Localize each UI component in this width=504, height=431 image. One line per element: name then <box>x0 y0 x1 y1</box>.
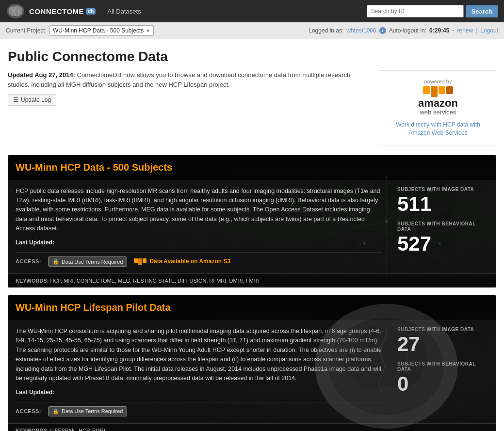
s3-label-1: Data Available on Amazon S3 <box>149 257 230 266</box>
amazon-text: amazon <box>418 98 458 109</box>
info-icon: i <box>379 27 386 34</box>
dataset-wuminn500: WU-Minn HCP Data - 500 Subjects <box>8 155 496 287</box>
search-button[interactable]: Search <box>466 5 498 17</box>
update-log-button[interactable]: ☰ Update Log <box>8 94 56 106</box>
update-notice-date: Updated Aug 27, 2014: <box>8 71 75 79</box>
data-use-label-1: Data Use Terms Required <box>62 259 123 265</box>
amazon-logo: amazon web services <box>418 86 458 116</box>
search-area: Search <box>367 5 498 17</box>
project-label: Current Project: <box>6 27 47 34</box>
svg-point-10 <box>385 220 388 223</box>
all-datasets-nav[interactable]: All Datasets <box>107 8 141 15</box>
keywords-label-2: KEYWORDS: <box>16 428 49 431</box>
amazon-s3-link-1[interactable]: Data Available on Amazon S3 <box>134 257 230 266</box>
brain-network-bg-1 <box>276 155 496 287</box>
autologout-timer: 0:29:45 <box>429 27 449 34</box>
update-log-label: Update Log <box>21 96 51 103</box>
logout-link[interactable]: Logout <box>480 27 498 34</box>
s3-icon-1 <box>134 258 146 265</box>
svg-point-13 <box>407 198 409 200</box>
intro-text: Updated Aug 27, 2014: ConnectomeDB now a… <box>8 70 370 106</box>
keywords-label-1: KEYWORDS: <box>16 278 49 284</box>
main-content: Public Connectome Data Updated Aug 27, 2… <box>0 39 504 431</box>
svg-point-15 <box>438 242 440 244</box>
svg-point-9 <box>341 189 343 192</box>
aws-link[interactable]: Work directly with HCP data with Amazon … <box>396 121 480 136</box>
aws-boxes-icon <box>423 86 453 97</box>
svg-point-20 <box>373 326 426 388</box>
svg-point-16 <box>386 176 388 178</box>
logo-area: CONNECTOME db <box>6 3 96 19</box>
svg-line-1 <box>342 191 386 222</box>
keywords-values-1: HCP, MRI, CONNECTOME, MEG, RESTING STATE… <box>50 278 259 284</box>
project-selector: Current Project: WU-Minn HCP Data - 500 … <box>6 25 154 36</box>
lock-icon-2: 🔒 <box>52 408 59 415</box>
logo-db-badge: db <box>86 8 96 15</box>
dropdown-chevron-icon: ▼ <box>146 28 150 33</box>
separator: | <box>476 27 477 34</box>
project-dropdown[interactable]: WU-Minn HCP Data - 500 Subjects ▼ <box>49 25 154 36</box>
page-title: Public Connectome Data <box>8 49 496 64</box>
svg-point-11 <box>429 189 432 192</box>
top-header: CONNECTOME db All Datasets Search <box>0 0 504 22</box>
logged-in-prefix: Logged in as: <box>309 27 343 34</box>
powered-by-text: powered by <box>424 79 452 84</box>
project-selected-label: WU-Minn HCP Data - 500 Subjects <box>53 27 144 34</box>
svg-point-14 <box>332 221 334 223</box>
access-label-2: ACCESS: <box>16 407 41 415</box>
login-user-link[interactable]: whtest1006 <box>346 27 376 34</box>
intro-section: Updated Aug 27, 2014: ConnectomeDB now a… <box>8 70 496 145</box>
logo-text: CONNECTOME <box>29 7 84 16</box>
web-services-text: web services <box>420 109 456 116</box>
data-use-label-2: Data Use Terms Required <box>62 408 123 414</box>
lock-icon-1: 🔒 <box>52 258 59 265</box>
brain-logo-icon <box>6 3 25 19</box>
last-updated-label-1: Last Updated: <box>16 239 54 246</box>
autologout-prefix: Auto-logout in: <box>389 27 426 34</box>
data-use-btn-2[interactable]: 🔒 Data Use Terms Required <box>48 406 127 416</box>
search-input[interactable] <box>367 5 464 17</box>
timer-dash: - <box>452 27 454 34</box>
dataset-lifespan: WU-Minn HCP Lifespan Pilot Data The WU-M… <box>8 295 496 431</box>
login-info: Logged in as: whtest1006 i Auto-logout i… <box>309 27 498 34</box>
update-log-icon: ☰ <box>13 96 18 103</box>
aws-panel: powered by amazon web services Work dire… <box>380 70 496 145</box>
last-updated-label-2: Last Updated: <box>16 389 54 396</box>
brain-mri-bg-2 <box>276 295 496 431</box>
access-label-1: ACCESS: <box>16 257 41 266</box>
renew-link[interactable]: renew <box>457 27 473 34</box>
data-use-btn-1[interactable]: 🔒 Data Use Terms Required <box>48 256 127 267</box>
keywords-values-2: LIFESPAN, HCP, FMRI <box>50 428 105 431</box>
sub-header: Current Project: WU-Minn HCP Data - 500 … <box>0 22 504 39</box>
aws-logo: powered by amazon web services <box>388 79 488 116</box>
svg-point-12 <box>363 242 365 244</box>
